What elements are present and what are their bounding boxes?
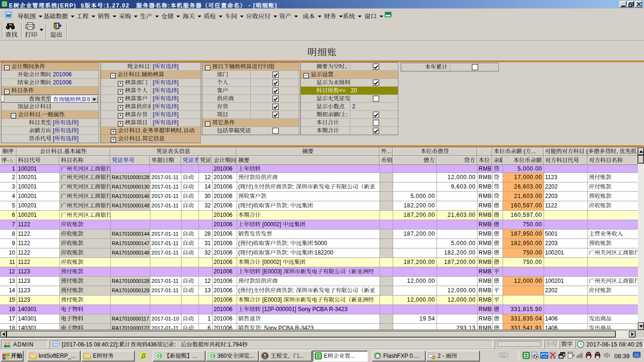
svg-text:LITE: LITE bbox=[541, 355, 547, 358]
